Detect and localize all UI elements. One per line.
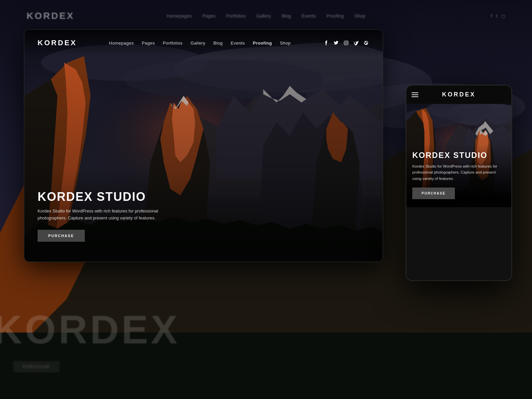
svg-point-31 <box>345 42 347 44</box>
background-social: f t ◻ <box>491 13 505 19</box>
nav-gallery[interactable]: Gallery <box>191 41 205 46</box>
twitter-icon[interactable] <box>333 40 339 46</box>
desktop-nav-links: Homepages Pages Portfolios Gallery Blog … <box>109 41 291 46</box>
mobile-frame: KORDEX <box>406 85 512 281</box>
desktop-logo: KORDEX <box>38 39 77 47</box>
svg-point-32 <box>347 42 348 42</box>
desktop-hero-title: KORDEX STUDIO <box>38 190 164 203</box>
mobile-hero-content: KORDEX STUDIO Kordex Studio for WordPres… <box>406 144 511 207</box>
mobile-nav: KORDEX <box>406 85 511 104</box>
desktop-hero-content: KORDEX STUDIO Kordex Studio for WordPres… <box>38 190 164 242</box>
svg-rect-30 <box>344 41 348 45</box>
background-purchase-button: PURCHASE <box>13 361 60 372</box>
nav-blog[interactable]: Blog <box>213 41 223 46</box>
mobile-purchase-button[interactable]: PURCHASE <box>412 188 455 199</box>
fivehundred-icon[interactable] <box>363 40 369 46</box>
facebook-icon[interactable] <box>323 40 330 46</box>
background-nav: KORDEX Homepages Pages Portfolios Galler… <box>0 13 532 19</box>
bg-nav-links: Homepages Pages Portfolios Gallery Blog … <box>167 13 365 19</box>
mobile-logo: KORDEX <box>442 91 475 98</box>
background-brand-text: KORDEX <box>0 307 180 352</box>
desktop-hero-description: Kordex Studio for WordPress with rich fe… <box>38 208 164 222</box>
mobile-hamburger-icon[interactable] <box>412 91 418 98</box>
vimeo-icon[interactable] <box>353 40 359 46</box>
background-button-area: PURCHASE <box>13 361 60 372</box>
bg-facebook-icon: f <box>491 13 492 19</box>
mobile-hero-title: KORDEX STUDIO <box>412 151 505 160</box>
nav-portfolios[interactable]: Portfolios <box>163 41 183 46</box>
desktop-nav: KORDEX Homepages Pages Portfolios Galler… <box>24 30 383 56</box>
mobile-hero-description: Kordex Studio for WordPress with rich fe… <box>412 163 505 182</box>
nav-homepages[interactable]: Homepages <box>109 41 134 46</box>
desktop-purchase-button[interactable]: PURCHASE <box>38 230 85 242</box>
desktop-frame: KORDEX Homepages Pages Portfolios Galler… <box>24 29 383 262</box>
bg-twitter-icon: t <box>496 13 497 19</box>
nav-events[interactable]: Events <box>231 41 245 46</box>
desktop-social-icons <box>323 40 369 46</box>
bg-logo: KORDEX <box>27 11 74 21</box>
nav-shop[interactable]: Shop <box>280 41 291 46</box>
nav-pages[interactable]: Pages <box>142 41 155 46</box>
bg-instagram-icon: ◻ <box>501 13 505 19</box>
instagram-icon[interactable] <box>343 40 349 46</box>
nav-proofing[interactable]: Proofing <box>253 41 272 46</box>
mobile-hero-image: KORDEX STUDIO Kordex Studio for WordPres… <box>406 104 511 207</box>
